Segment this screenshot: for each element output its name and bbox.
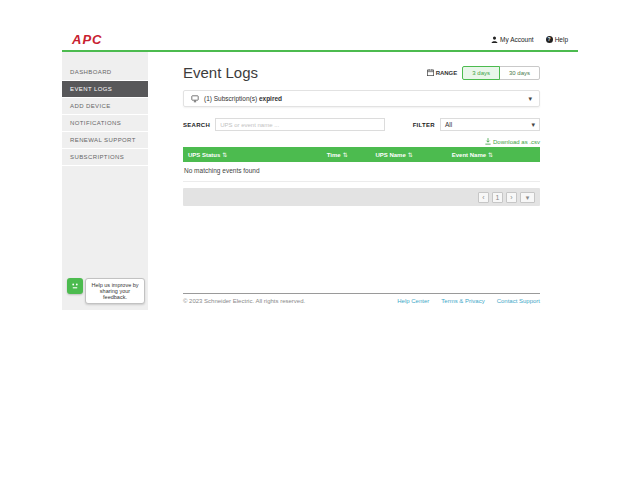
my-account-label: My Account — [500, 36, 534, 43]
sidebar-item-notifications[interactable]: NOTIFICATIONS — [62, 115, 148, 132]
pagination-prev-button[interactable]: ‹ — [478, 192, 489, 203]
column-header-ups-status[interactable]: UPS Status ⇅ — [188, 151, 327, 158]
pagination-bar: ‹ 1 › ▾ — [183, 188, 540, 206]
sidebar-item-dashboard[interactable]: DASHBOARD — [62, 64, 148, 81]
apc-logo: APC — [72, 32, 102, 47]
range-button-30-days[interactable]: 30 days — [499, 66, 540, 80]
sort-icon: ⇅ — [408, 151, 413, 158]
footer: © 2023 Schneider Electric. All rights re… — [183, 293, 540, 310]
subscription-status: expired — [259, 95, 282, 102]
sort-icon: ⇅ — [222, 151, 227, 158]
main-content: Event Logs RANGE 3 days 30 days — [148, 52, 578, 310]
chevron-down-icon[interactable]: ▾ — [528, 95, 532, 102]
terms-privacy-link[interactable]: Terms & Privacy — [441, 298, 484, 304]
filter-label: FILTER — [413, 122, 435, 128]
search-input[interactable] — [215, 118, 385, 131]
column-header-event-name[interactable]: Event Name ⇅ — [452, 151, 535, 158]
app-window: APC My Account ? Help DASHBOARD EVENT LO… — [62, 28, 578, 310]
pagination-page-size-dropdown[interactable]: ▾ — [520, 192, 535, 203]
sidebar-item-add-device[interactable]: ADD DEVICE — [62, 98, 148, 115]
download-icon — [485, 138, 491, 145]
download-csv-link[interactable]: Download as .csv — [485, 138, 540, 145]
user-icon — [491, 36, 498, 43]
sidebar-item-subscriptions[interactable]: SUBSCRIPTIONS — [62, 149, 148, 166]
top-bar: APC My Account ? Help — [62, 28, 578, 50]
footer-links: Help Center Terms & Privacy Contact Supp… — [397, 298, 540, 304]
search-filter-row: SEARCH FILTER All ▾ — [183, 118, 540, 131]
feedback-widget: Help us improve by sharing your feedback… — [67, 278, 145, 304]
pagination-page-button[interactable]: 1 — [492, 192, 503, 203]
calendar-icon — [427, 69, 434, 76]
range-cluster: RANGE 3 days 30 days — [427, 66, 540, 80]
subscription-expired-accordion[interactable]: (1) Subscription(s) expired ▾ — [183, 90, 540, 107]
my-account-button[interactable]: My Account — [491, 36, 534, 43]
range-label: RANGE — [436, 70, 458, 76]
sidebar: DASHBOARD EVENT LOGS ADD DEVICE NOTIFICA… — [62, 52, 148, 310]
range-label-group: RANGE — [427, 69, 458, 76]
feedback-smiley-icon[interactable] — [67, 278, 83, 294]
page-title: Event Logs — [183, 64, 258, 81]
range-button-3-days[interactable]: 3 days — [462, 66, 500, 80]
copyright-text: © 2023 Schneider Electric. All rights re… — [183, 298, 305, 304]
download-link-label: Download as .csv — [493, 139, 540, 145]
sidebar-item-event-logs[interactable]: EVENT LOGS — [62, 81, 148, 98]
help-label: Help — [555, 36, 568, 43]
help-icon: ? — [546, 36, 553, 43]
contact-support-link[interactable]: Contact Support — [497, 298, 540, 304]
column-header-time[interactable]: Time ⇅ — [327, 151, 376, 158]
sidebar-item-renewal-support[interactable]: RENEWAL SUPPORT — [62, 132, 148, 149]
ups-device-icon — [191, 95, 199, 103]
filter-selected-value: All — [445, 121, 452, 128]
pagination-next-button[interactable]: › — [506, 192, 517, 203]
help-button[interactable]: ? Help — [546, 36, 568, 43]
search-label: SEARCH — [183, 122, 210, 128]
column-header-ups-name[interactable]: UPS Name ⇅ — [375, 151, 451, 158]
feedback-tooltip: Help us improve by sharing your feedback… — [85, 278, 145, 304]
filter-chevron-down-icon: ▾ — [531, 121, 535, 128]
help-center-link[interactable]: Help Center — [397, 298, 429, 304]
filter-select[interactable]: All ▾ — [440, 118, 540, 131]
account-cluster: My Account ? Help — [491, 36, 568, 43]
empty-table-message: No matching events found — [183, 162, 540, 182]
range-toggle: 3 days 30 days — [462, 66, 540, 80]
sort-icon: ⇅ — [343, 151, 348, 158]
events-table-header: UPS Status ⇅ Time ⇅ UPS Name ⇅ Event Nam… — [183, 147, 540, 162]
sort-icon: ⇅ — [488, 151, 493, 158]
subscription-notice-text: (1) Subscription(s) expired — [204, 95, 282, 102]
